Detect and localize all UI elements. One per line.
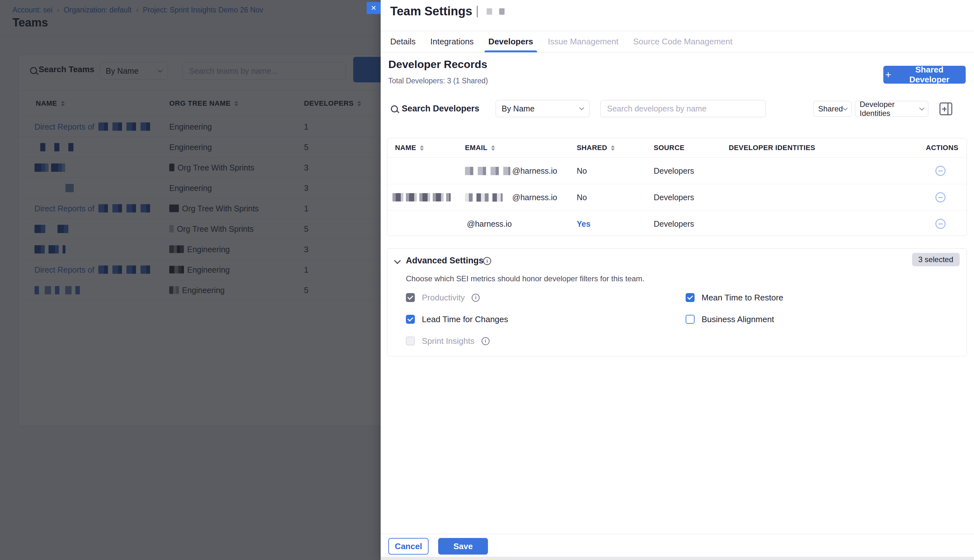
metric-checkbox-item[interactable]: Business Alignment xyxy=(685,315,783,324)
metrics-column-right: Mean Time to Restore Business Alignment xyxy=(685,293,783,324)
app-root: Account: sei › Organization: default › P… xyxy=(0,0,974,560)
shared-filter-select[interactable]: Shared xyxy=(813,101,852,117)
developers-search-by-value: By Name xyxy=(502,104,535,113)
column-header-shared[interactable]: SHARED xyxy=(577,144,615,152)
source-value: Developers xyxy=(654,193,694,202)
tab-label: Developers xyxy=(488,37,533,47)
developers-table-header: NAME EMAIL SHARED SOURCE DEVELOPER IDENT… xyxy=(387,138,967,158)
advanced-settings-description: Choose which SEI metrics should honor de… xyxy=(406,274,644,283)
redacted-email-prefix xyxy=(465,167,510,175)
add-shared-developer-label: Shared Developer xyxy=(895,65,964,85)
tab-label: Integrations xyxy=(430,37,474,47)
developer-identities-filter-value: Developer Identities xyxy=(860,100,920,118)
metric-label[interactable]: Productivity xyxy=(422,293,465,303)
cancel-button[interactable]: Cancel xyxy=(388,538,429,555)
developer-email-cell: @harness.io xyxy=(465,193,557,202)
actions-cell xyxy=(936,166,946,176)
sort-icon[interactable] xyxy=(491,145,495,151)
total-developers-text: Total Developers: 3 (1 Shared) xyxy=(388,77,488,85)
column-header-email[interactable]: EMAIL xyxy=(465,144,495,152)
info-icon xyxy=(472,294,480,302)
source-value: Developers xyxy=(654,166,694,176)
shared-value: No xyxy=(577,193,587,202)
team-settings-drawer: × Team Settings Details Integrations Dev… xyxy=(381,0,974,560)
sort-icon[interactable] xyxy=(611,145,615,151)
column-header-source: SOURCE xyxy=(654,144,685,152)
add-shared-developer-button[interactable]: + Shared Developer xyxy=(883,66,966,83)
modal-overlay[interactable] xyxy=(0,0,381,560)
drawer-title: Team Settings xyxy=(390,5,472,18)
remove-developer-icon[interactable] xyxy=(936,192,946,202)
actions-cell xyxy=(936,192,946,202)
tab[interactable]: Details xyxy=(390,31,415,52)
checkbox[interactable] xyxy=(406,315,415,324)
metric-checkbox-item[interactable]: Mean Time to Restore xyxy=(685,293,783,302)
checkbox[interactable] xyxy=(406,293,415,302)
add-column-icon[interactable] xyxy=(939,102,952,115)
chevron-down-icon xyxy=(579,105,584,110)
redacted-email-prefix xyxy=(465,193,503,202)
metric-checkbox-item[interactable]: Sprint Insights xyxy=(406,336,508,346)
metric-label[interactable]: Business Alignment xyxy=(702,315,774,324)
developer-row[interactable]: @harness.io No Developers xyxy=(387,184,967,211)
metrics-column-left: Productivity Lead Time for Changes Sprin… xyxy=(406,293,508,346)
chevron-down-icon xyxy=(843,106,848,111)
close-icon[interactable]: × xyxy=(367,2,381,14)
remove-developer-icon[interactable] xyxy=(936,166,946,176)
developers-search-input[interactable] xyxy=(600,100,766,117)
search-developers-label: Search Developers xyxy=(402,104,479,114)
title-separator xyxy=(477,6,478,17)
info-icon xyxy=(482,337,490,345)
chevron-down-icon[interactable] xyxy=(394,257,401,264)
tab-label: Details xyxy=(390,37,415,47)
sort-icon[interactable] xyxy=(420,145,424,151)
save-button[interactable]: Save xyxy=(438,538,488,555)
metric-checkbox-item[interactable]: Productivity xyxy=(406,293,508,302)
tab[interactable]: Integrations xyxy=(430,31,474,52)
scrollbar-track[interactable] xyxy=(381,557,974,560)
redacted-team-name xyxy=(499,8,505,15)
email-domain: @harness.io xyxy=(467,219,512,228)
remove-developer-icon[interactable] xyxy=(936,219,946,229)
tab[interactable]: Developers xyxy=(488,31,533,52)
redacted-developer-name xyxy=(392,193,450,202)
tab-label: Source Code Management xyxy=(633,37,732,47)
metric-label[interactable]: Lead Time for Changes xyxy=(422,315,508,324)
developer-name-cell xyxy=(392,193,450,202)
checkbox[interactable] xyxy=(685,315,695,324)
drawer-footer: Cancel Save xyxy=(381,534,974,557)
tab[interactable]: Issue Management xyxy=(548,31,619,52)
developer-search-row: Search Developers By Name Shared Develop… xyxy=(381,100,974,117)
drawer-tabs: Details Integrations Developers Issue Ma… xyxy=(381,31,974,52)
metric-label[interactable]: Sprint Insights xyxy=(422,336,475,346)
section-title: Developer Records xyxy=(388,58,487,70)
source-value: Developers xyxy=(654,219,694,228)
shared-value: No xyxy=(577,166,587,176)
developer-row[interactable]: @harness.io No Developers xyxy=(387,158,967,184)
shared-filter-value: Shared xyxy=(818,104,843,113)
developer-email-cell: @harness.io xyxy=(465,219,512,228)
actions-cell xyxy=(936,219,946,229)
advanced-settings-card: Advanced Settings 3 selected Choose whic… xyxy=(387,248,967,356)
search-icon xyxy=(391,105,398,114)
email-domain: @harness.io xyxy=(512,166,557,176)
tab[interactable]: Source Code Management xyxy=(633,31,732,52)
metric-label[interactable]: Mean Time to Restore xyxy=(702,293,783,303)
column-header-developer-identities: DEVELOPER IDENTITIES xyxy=(729,144,815,152)
drawer-header: Team Settings xyxy=(390,5,505,18)
developer-row[interactable]: @harness.io Yes Developers xyxy=(387,211,967,237)
developer-email-cell: @harness.io xyxy=(465,166,557,176)
checkbox[interactable] xyxy=(685,293,695,302)
column-header-name[interactable]: NAME xyxy=(395,144,424,152)
developer-identities-filter-select[interactable]: Developer Identities xyxy=(855,101,928,117)
selected-count-badge: 3 selected xyxy=(912,253,960,266)
checkbox[interactable] xyxy=(406,337,415,345)
column-header-actions: ACTIONS xyxy=(926,144,958,152)
metric-checkbox-item[interactable]: Lead Time for Changes xyxy=(406,315,508,324)
developers-search-by-select[interactable]: By Name xyxy=(495,100,589,117)
developers-table-card: NAME EMAIL SHARED SOURCE DEVELOPER IDENT… xyxy=(387,138,967,236)
advanced-settings-title: Advanced Settings xyxy=(406,256,484,266)
email-domain: @harness.io xyxy=(512,193,557,202)
plus-icon: + xyxy=(885,70,891,80)
redacted-team-name xyxy=(487,8,492,15)
